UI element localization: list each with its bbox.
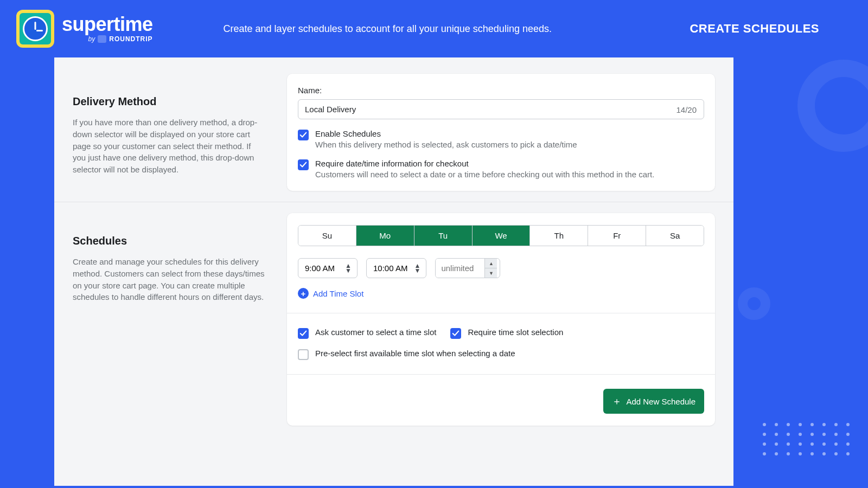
enable-schedules-checkbox-row: Enable Schedules When this delivery meth… <box>298 129 704 149</box>
schedules-description: Create and manage your schedules for thi… <box>73 256 265 303</box>
name-input[interactable] <box>298 99 704 119</box>
enable-schedules-desc: When this delivery method is selected, a… <box>315 140 577 149</box>
app-header: supertime by ROUNDTRIP Create and layer … <box>0 0 868 57</box>
chevrons-icon: ▲▼ <box>345 264 352 272</box>
day-selector: SuMoTuWeThFrSa <box>298 225 704 246</box>
day-toggle-we[interactable]: We <box>473 226 531 246</box>
require-datetime-checkbox[interactable] <box>298 159 309 170</box>
slot-end-value: 10:00 AM <box>373 264 407 273</box>
main-panel: Delivery Method If you have more than on… <box>54 57 733 486</box>
time-slot-row: 9:00 AM ▲▼ 10:00 AM ▲▼ ▲ ▼ <box>298 258 704 278</box>
add-time-slot-button[interactable]: + Add Time Slot <box>298 288 363 299</box>
delivery-heading: Delivery Method <box>73 95 265 108</box>
require-datetime-desc: Customers will need to select a date or … <box>315 170 654 179</box>
slot-end-select[interactable]: 10:00 AM ▲▼ <box>366 258 426 278</box>
require-datetime-checkbox-row: Require date/time information for checko… <box>298 159 704 179</box>
plus-icon: ＋ <box>612 395 622 408</box>
brand-text: supertime by ROUNDTRIP <box>62 15 153 43</box>
ask-timeslot-label: Ask customer to select a time slot <box>315 328 436 337</box>
header-tagline: Create and layer schedules to account fo… <box>224 23 552 35</box>
brand-company: ROUNDTRIP <box>109 35 152 43</box>
company-badge-icon <box>98 35 106 43</box>
schedules-card: SuMoTuWeThFrSa 9:00 AM ▲▼ 10:00 AM ▲▼ ▲ … <box>287 213 715 426</box>
slot-start-value: 9:00 AM <box>305 264 335 273</box>
schedules-heading: Schedules <box>73 235 265 247</box>
preselect-label: Pre-select first available time slot whe… <box>315 349 515 358</box>
slot-limit-down-button[interactable]: ▼ <box>485 268 497 278</box>
delivery-card: Name: 14/20 Enable Schedules When this d… <box>287 74 715 191</box>
require-datetime-label: Require date/time information for checko… <box>315 159 654 168</box>
clock-icon <box>23 16 48 41</box>
require-timeslot-checkbox[interactable] <box>450 328 461 339</box>
slot-limit-up-button[interactable]: ▲ <box>485 259 497 268</box>
add-time-slot-label: Add Time Slot <box>313 289 363 298</box>
ask-timeslot-checkbox[interactable] <box>298 328 309 339</box>
add-new-schedule-label: Add New Schedule <box>626 397 695 406</box>
brand-by: by <box>88 35 95 43</box>
name-label: Name: <box>298 86 704 95</box>
schedule-options: Ask customer to select a time slot Requi… <box>298 328 704 339</box>
add-new-schedule-button[interactable]: ＋ Add New Schedule <box>603 389 704 414</box>
name-char-count: 14/20 <box>676 105 697 114</box>
day-toggle-fr[interactable]: Fr <box>588 226 646 246</box>
day-toggle-su[interactable]: Su <box>298 226 356 246</box>
require-timeslot-label: Require time slot selection <box>468 328 563 337</box>
divider <box>287 374 715 375</box>
decorative-dots <box>763 423 852 455</box>
day-toggle-sa[interactable]: Sa <box>646 226 704 246</box>
preselect-checkbox[interactable] <box>298 349 309 360</box>
brand-logo <box>16 10 54 48</box>
chevrons-icon: ▲▼ <box>414 264 421 272</box>
day-toggle-th[interactable]: Th <box>530 226 588 246</box>
decorative-ring <box>738 287 770 320</box>
divider <box>287 313 715 313</box>
brand-name: supertime <box>62 15 153 34</box>
delivery-description: If you have more than one delivery metho… <box>73 117 265 176</box>
page-title: CREATE SCHEDULES <box>690 22 819 36</box>
slot-limit-input-group: ▲ ▼ <box>435 258 500 278</box>
day-toggle-tu[interactable]: Tu <box>414 226 473 246</box>
plus-circle-icon: + <box>298 288 309 299</box>
section-schedules: Schedules Create and manage your schedul… <box>54 202 733 426</box>
day-toggle-mo[interactable]: Mo <box>356 226 414 246</box>
decorative-ring <box>797 60 868 152</box>
section-delivery-method: Delivery Method If you have more than on… <box>54 74 733 191</box>
enable-schedules-label: Enable Schedules <box>315 129 577 138</box>
preselect-checkbox-row: Pre-select first available time slot whe… <box>298 349 704 360</box>
slot-limit-input[interactable] <box>436 259 484 278</box>
enable-schedules-checkbox[interactable] <box>298 130 309 140</box>
slot-start-select[interactable]: 9:00 AM ▲▼ <box>298 258 358 278</box>
